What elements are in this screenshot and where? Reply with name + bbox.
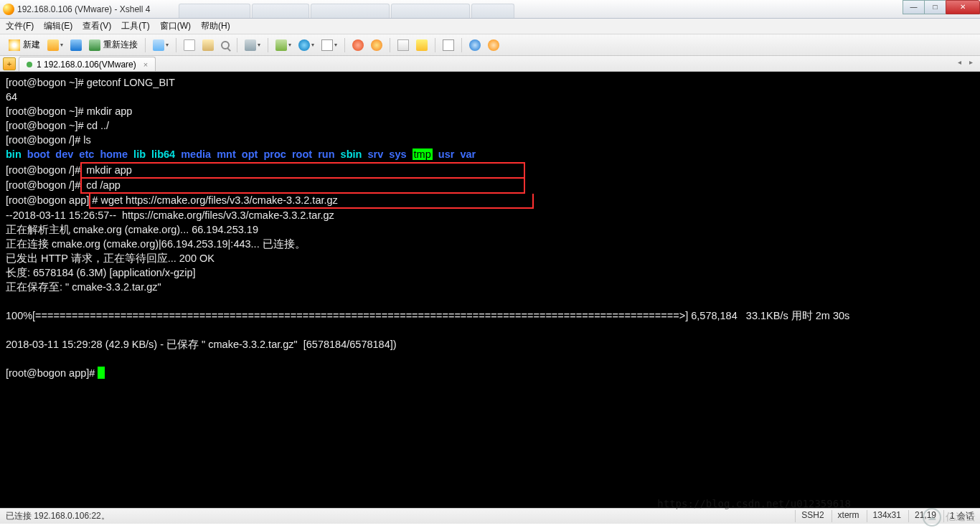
new-session-button[interactable]: 新建	[6, 37, 43, 53]
paste-button[interactable]	[199, 37, 217, 53]
status-size: 134x31	[867, 510, 901, 522]
maximize-button[interactable]: □	[924, 0, 946, 14]
bg-tab[interactable]	[252, 4, 309, 18]
terminal-line: 正在连接 cmake.org (cmake.org)|66.194.253.19…	[6, 238, 306, 250]
tab-label: 1 192.168.0.106(VMware)	[37, 60, 136, 70]
close-button[interactable]: ✕	[946, 0, 980, 14]
encoding-button[interactable]	[296, 37, 317, 53]
new-label: 新建	[23, 39, 40, 51]
find-button[interactable]	[218, 37, 232, 53]
terminal-line: 2018-03-11 15:29:28 (42.9 KB/s) - 已保存 " …	[6, 339, 397, 350]
menu-help[interactable]: 帮助(H)	[201, 20, 230, 32]
separator	[390, 38, 390, 52]
separator	[461, 38, 462, 52]
save-icon	[153, 39, 164, 51]
watermark-url: https://blog.csdn.net/u012359618	[657, 498, 851, 509]
terminal-line: 已发出 HTTP 请求，正在等待回应... 200 OK	[6, 253, 215, 264]
highlight-box-line: [root@bogon /]# mkdir app	[6, 164, 525, 176]
terminal-line: [root@bogon /]# ls	[6, 134, 91, 146]
lock-icon	[416, 39, 428, 51]
copy-icon	[184, 39, 195, 51]
menubar: 文件(F) 编辑(E) 查看(V) 工具(T) 窗口(W) 帮助(H)	[0, 19, 980, 34]
globe-icon	[298, 39, 310, 51]
app-icon	[3, 4, 14, 15]
terminal-line: 长度: 6578184 (6.3M) [application/x-gzip]	[6, 267, 196, 278]
quick-cmd2-button[interactable]	[368, 37, 385, 53]
bg-tab[interactable]	[179, 4, 250, 18]
window-title: 192.168.0.106 (VMware) - Xshell 4	[17, 4, 150, 14]
progress-line: 100%[===================================…	[6, 310, 849, 321]
bg-tab[interactable]	[311, 4, 390, 18]
terminal-spacer	[6, 324, 9, 336]
ls-output: bin boot dev etc home lib lib64 media mn…	[6, 148, 476, 160]
close-tab-button[interactable]: ×	[143, 60, 148, 69]
color-scheme-button[interactable]	[273, 37, 294, 53]
terminal-line: 正在保存至: " cmake-3.3.2.tar.gz"	[6, 281, 161, 293]
prompt-line: [root@bogon app]#	[6, 367, 105, 379]
statusbar: 已连接 192.168.0.106:22。 SSH2 xterm 134x31 …	[0, 508, 980, 524]
open-button[interactable]	[44, 37, 66, 53]
terminal-line: [root@bogon ~]# getconf LONG_BIT	[6, 77, 175, 88]
orange-dot-icon	[371, 39, 382, 51]
help-button[interactable]	[466, 37, 484, 53]
print-button[interactable]	[242, 37, 263, 53]
terminal-line: [root@bogon ~]# cd ../	[6, 120, 109, 131]
tile-button[interactable]	[395, 37, 412, 53]
search-icon	[221, 41, 230, 50]
session-tab[interactable]: 1 192.168.0.106(VMware) ×	[19, 57, 156, 71]
cloud-icon: ☁	[923, 508, 941, 527]
background-tabs	[179, 0, 903, 18]
feedback-button[interactable]	[485, 37, 502, 53]
grid-icon	[397, 39, 409, 51]
separator	[237, 38, 237, 52]
reconnect-button[interactable]: 重新连接	[86, 37, 141, 53]
terminal-viewport[interactable]: [root@bogon ~]# getconf LONG_BIT 64 [roo…	[0, 72, 980, 508]
terminal-line: [root@bogon ~]# mkdir app	[6, 105, 132, 117]
status-dot-icon	[27, 62, 32, 67]
paste-icon	[202, 39, 214, 51]
terminal-line: 正在解析主机 cmake.org (cmake.org)... 66.194.2…	[6, 224, 258, 235]
highlight-box-line: [root@bogon app]# wget https://cmake.org…	[6, 194, 534, 206]
menu-view[interactable]: 查看(V)	[83, 20, 111, 32]
link-icon	[70, 39, 82, 51]
menu-tools[interactable]: 工具(T)	[121, 20, 149, 32]
menu-window[interactable]: 窗口(W)	[160, 20, 191, 32]
highlight-box-line: [root@bogon /]# cd /app	[6, 179, 525, 191]
cascade-button[interactable]	[440, 37, 457, 53]
separator	[176, 38, 176, 52]
highlighted-command: mkdir app	[80, 162, 525, 179]
separator	[145, 38, 146, 52]
new-icon	[9, 39, 20, 51]
quick-cmd1-button[interactable]	[349, 37, 367, 53]
tab-nav-buttons[interactable]: ◂ ▸	[958, 58, 976, 66]
watermark-label: 亿速云	[946, 511, 976, 524]
terminal-spacer	[6, 353, 9, 364]
titlebar: 192.168.0.106 (VMware) - Xshell 4 — □ ✕	[0, 0, 980, 19]
brand-watermark: ☁ 亿速云	[923, 508, 976, 527]
add-tab-button[interactable]: +	[3, 57, 16, 70]
cursor-icon	[98, 367, 105, 379]
terminal-line: --2018-03-11 15:26:57-- https://cmake.or…	[6, 209, 334, 221]
font-icon	[321, 39, 333, 51]
bg-tab[interactable]	[391, 4, 470, 18]
chat-icon	[488, 39, 499, 51]
status-protocol: SSH2	[795, 510, 824, 522]
minimize-button[interactable]: —	[903, 0, 924, 14]
saveas-button[interactable]	[150, 37, 171, 53]
status-connection: 已连接 192.168.0.106:22。	[6, 510, 110, 522]
bg-tab[interactable]	[471, 4, 514, 18]
palette-icon	[275, 39, 287, 51]
window-icon	[443, 39, 454, 51]
reconnect-icon	[89, 39, 100, 51]
connect-button[interactable]	[67, 37, 85, 53]
lock-button[interactable]	[413, 37, 430, 53]
menu-file[interactable]: 文件(F)	[6, 20, 34, 32]
folder-icon	[47, 39, 59, 51]
sticky-dir: tmp	[413, 148, 433, 160]
copy-button[interactable]	[181, 37, 198, 53]
font-button[interactable]	[319, 37, 340, 53]
terminal-spacer	[6, 296, 9, 307]
menu-edit[interactable]: 编辑(E)	[44, 20, 72, 32]
help-icon	[469, 39, 481, 51]
terminal-line: 64	[6, 91, 17, 103]
